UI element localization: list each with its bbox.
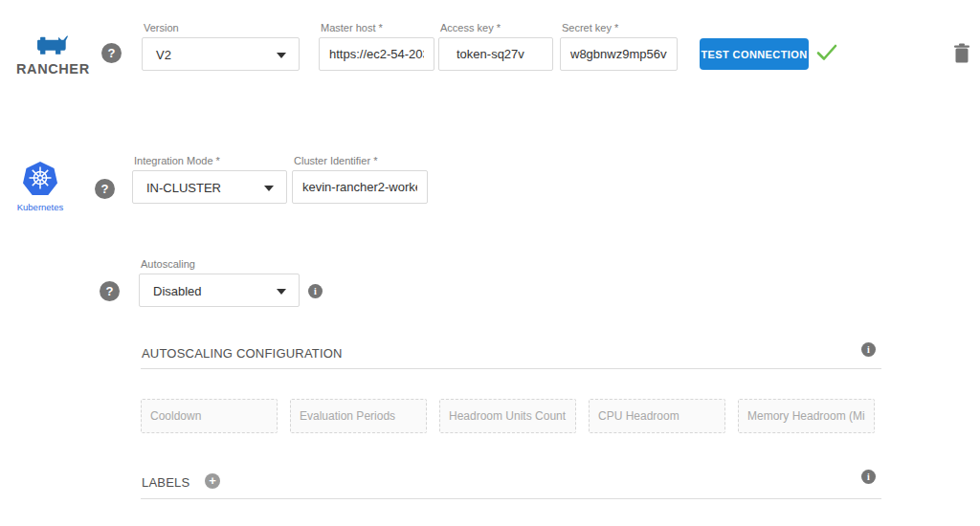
autoscaling-label: Autoscaling: [141, 258, 300, 271]
headroom-units-count-input[interactable]: [439, 399, 576, 433]
master-host-label: Master host *: [321, 22, 434, 34]
rancher-bull-icon: [34, 42, 71, 58]
version-select-box[interactable]: V2: [142, 37, 300, 71]
cluster-identifier-input[interactable]: [293, 171, 427, 203]
cooldown-input[interactable]: [141, 399, 278, 433]
access-key-label: Access key *: [440, 22, 553, 34]
delete-integration-trash-icon[interactable]: [953, 43, 970, 68]
autoscaling-configuration-header: AUTOSCALING CONFIGURATION: [142, 346, 343, 361]
rancher-logo-text: RANCHER: [16, 61, 89, 77]
integration-settings-page: RANCHER ? Version V2 Master host * Acces…: [0, 0, 980, 526]
chevron-down-icon: [277, 289, 286, 295]
master-host-input[interactable]: [320, 38, 434, 70]
add-label-button[interactable]: +: [205, 473, 220, 489]
secret-key-label: Secret key *: [562, 22, 678, 34]
version-select[interactable]: Version V2: [142, 22, 300, 71]
secret-key-input[interactable]: [561, 38, 677, 70]
secret-key-field-group: Secret key *: [560, 22, 678, 71]
integration-mode-label: Integration Mode *: [134, 155, 287, 167]
labels-header: LABELS: [142, 475, 189, 490]
section-divider: [141, 368, 881, 369]
autoscaling-info-icon[interactable]: i: [308, 284, 323, 298]
master-host-field-group: Master host *: [319, 22, 434, 71]
cpu-headroom-input[interactable]: [589, 399, 725, 433]
autoscaling-configuration-info-icon[interactable]: i: [861, 342, 876, 357]
autoscaling-config-fields: [141, 399, 875, 433]
access-key-input[interactable]: [439, 38, 552, 70]
rancher-help-icon[interactable]: ?: [101, 43, 122, 63]
integration-mode-select-box[interactable]: IN-CLUSTER: [132, 170, 287, 204]
version-label: Version: [144, 22, 300, 34]
chevron-down-icon: [264, 186, 274, 191]
kubernetes-logo: Kubernetes: [12, 161, 68, 212]
rancher-logo: RANCHER: [16, 33, 89, 77]
version-value: V2: [156, 47, 171, 61]
integration-mode-value: IN-CLUSTER: [146, 180, 221, 194]
autoscaling-select[interactable]: Autoscaling Disabled: [139, 258, 300, 307]
cluster-identifier-label: Cluster Identifier *: [294, 155, 428, 167]
autoscaling-select-box[interactable]: Disabled: [139, 274, 300, 307]
section-divider: [141, 498, 881, 499]
integration-mode-select[interactable]: Integration Mode * IN-CLUSTER: [132, 155, 287, 204]
autoscaling-help-icon[interactable]: ?: [100, 281, 120, 301]
chevron-down-icon: [277, 53, 286, 58]
kubernetes-logo-text: Kubernetes: [12, 202, 68, 212]
evaluation-periods-input[interactable]: [290, 399, 427, 433]
kubernetes-help-icon[interactable]: ?: [95, 179, 115, 199]
autoscaling-value: Disabled: [153, 283, 202, 297]
cluster-identifier-field-group: Cluster Identifier *: [292, 155, 428, 204]
connection-success-check-icon: [815, 43, 838, 66]
access-key-field-group: Access key *: [438, 22, 553, 71]
kubernetes-helm-icon: [22, 183, 58, 199]
memory-headroom-input[interactable]: [738, 399, 875, 433]
test-connection-button[interactable]: TEST CONNECTION: [700, 38, 809, 70]
labels-info-icon[interactable]: i: [861, 470, 876, 484]
